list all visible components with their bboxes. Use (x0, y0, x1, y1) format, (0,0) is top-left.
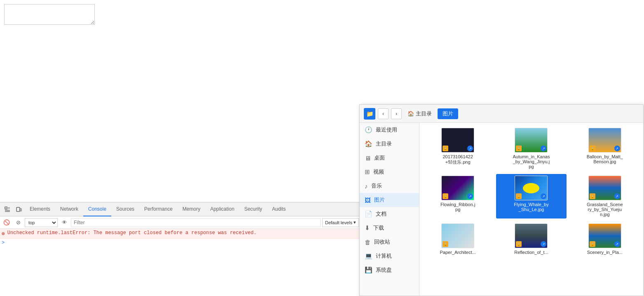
sidebar-item-recent[interactable]: 🕐 最近使用 (360, 123, 419, 137)
file-name-1: Autumn_in_Kanas_by_Wang_Jinyu.jpg (513, 154, 550, 169)
file-item-7[interactable]: 🔒 ↗ Reflection_of_t... (496, 222, 566, 256)
lock-badge-0: 🔒 (443, 146, 448, 151)
file-name-6: Paper_Architect... (440, 250, 475, 255)
filepicker-grid: 🔒 ↗ 201731061422+邹佳乐.png 🔒 ↗ Autumn_in_K… (419, 123, 643, 296)
recent-label: 最近使用 (376, 126, 397, 134)
sidebar-item-disk[interactable]: 💾 系统盘 (360, 263, 419, 277)
console-toolbar: 🚫 ⊘ top 👁 Default levels ▾ (0, 216, 361, 229)
home-icon: 🏠 (407, 110, 414, 117)
context-selector[interactable]: top (25, 218, 58, 227)
downloads-icon: ⬇ (365, 224, 370, 232)
pictures-label: 图片 (374, 196, 385, 204)
current-path-button[interactable]: 图片 (438, 108, 458, 119)
computer-icon: 💻 (365, 252, 372, 260)
levels-chevron-icon: ▾ (354, 220, 356, 225)
computer-label: 计算机 (376, 252, 392, 260)
log-levels-button[interactable]: Default levels ▾ (322, 218, 359, 227)
sidebar-item-downloads[interactable]: ⬇ 下载 (360, 221, 419, 235)
downloads-label: 下载 (373, 224, 384, 232)
file-name-3: Flowing_Ribbon.jpg (439, 202, 476, 212)
sidebar-item-pictures[interactable]: 🖼 图片 (360, 193, 419, 207)
svg-rect-4 (16, 207, 20, 211)
file-thumb-6: 🔒 (441, 223, 474, 248)
file-item-3[interactable]: 🔒 ↗ Flowing_Ribbon.jpg (423, 174, 493, 218)
file-name-0: 201731061422+邹佳乐.png (439, 154, 476, 165)
lock-badge-2: 🔒 (590, 146, 595, 151)
filepicker-sidebar: 🕐 最近使用 🏠 主目录 🖥 桌面 ⊞ 视频 ♪ 音乐 🖼 图片 (360, 123, 419, 296)
sidebar-item-video[interactable]: ⊞ 视频 (360, 165, 419, 179)
svg-rect-5 (20, 209, 21, 211)
pictures-icon: 🖼 (365, 197, 371, 204)
lock-badge-8: 🔒 (590, 241, 595, 247)
sidebar-item-home[interactable]: 🏠 主目录 (360, 137, 419, 151)
trash-label: 回收站 (374, 238, 390, 246)
block-requests-icon[interactable]: ⊘ (13, 218, 23, 228)
device-toggle-icon[interactable] (13, 204, 25, 215)
home-sidebar-label: 主目录 (376, 140, 392, 148)
eye-icon[interactable]: 👁 (59, 218, 69, 228)
sidebar-item-documents[interactable]: 📄 文档 (360, 207, 419, 221)
sidebar-item-computer[interactable]: 💻 计算机 (360, 249, 419, 263)
clear-console-icon[interactable]: 🚫 (2, 218, 12, 228)
file-item-4[interactable]: 🔒 ↗ Flying_Whale_by_Shu_Le.jpg (496, 174, 566, 218)
tab-security[interactable]: Security (239, 202, 267, 216)
nav-back-button[interactable]: ‹ (378, 108, 389, 119)
tab-network[interactable]: Network (55, 202, 83, 216)
console-content: ⊗ Unchecked runtime.lastError: The messa… (0, 229, 361, 296)
desktop-icon: 🖥 (365, 155, 371, 162)
nav-forward-button[interactable]: › (391, 108, 402, 119)
file-thumb-3: 🔒 ↗ (441, 176, 474, 200)
trash-icon: 🗑 (365, 239, 371, 246)
home-button[interactable]: 🏠 主目录 (404, 108, 435, 119)
file-item-8[interactable]: 🔒 ↗ Scenery_in_Pla... (570, 222, 640, 256)
sidebar-item-trash[interactable]: 🗑 回收站 (360, 235, 419, 249)
file-thumb-8: 🔒 ↗ (588, 223, 621, 248)
file-thumb-4: 🔒 ↗ (515, 176, 548, 200)
tab-application[interactable]: Application (205, 202, 239, 216)
file-item-1[interactable]: 🔒 ↗ Autumn_in_Kanas_by_Wang_Jinyu.jpg (496, 126, 566, 171)
documents-icon: 📄 (365, 210, 372, 218)
console-filter-input[interactable] (71, 218, 321, 227)
video-label: 视频 (373, 168, 384, 176)
devtools-panel: Elements Network Console Sources Perform… (0, 202, 361, 296)
tab-sources[interactable]: Sources (111, 202, 139, 216)
documents-label: 文档 (376, 210, 386, 218)
lock-badge-5: 🔒 (590, 193, 595, 199)
lock-badge-7: 🔒 (516, 241, 522, 247)
file-name-4: Flying_Whale_by_Shu_Le.jpg (513, 202, 550, 212)
file-name-5: Grassland_Scenery_by_Shi_Yuejun.jpg (586, 202, 623, 217)
file-thumb-5: 🔒 ↗ (588, 176, 621, 200)
disk-icon: 💾 (365, 266, 372, 274)
filepicker-dialog: 📁 ‹ › 🏠 主目录 图片 🕐 最近使用 🏠 主目录 🖥 桌面 ⊞ (359, 104, 644, 296)
tab-memory[interactable]: Memory (178, 202, 205, 216)
video-icon: ⊞ (365, 168, 370, 176)
lock-badge-4: 🔒 (516, 193, 522, 199)
select-element-icon[interactable] (2, 204, 13, 215)
levels-label: Default levels (325, 220, 352, 225)
home-label: 主目录 (416, 110, 432, 117)
browser-textarea[interactable] (4, 4, 95, 25)
file-thumb-7: 🔒 ↗ (515, 223, 548, 248)
file-item-0[interactable]: 🔒 ↗ 201731061422+邹佳乐.png (423, 126, 493, 171)
sidebar-item-desktop[interactable]: 🖥 桌面 (360, 151, 419, 165)
file-thumb-1: 🔒 ↗ (515, 128, 548, 153)
music-label: 音乐 (371, 182, 382, 190)
tab-console[interactable]: Console (83, 202, 111, 216)
sidebar-item-music[interactable]: ♪ 音乐 (360, 179, 419, 193)
disk-label: 系统盘 (376, 266, 392, 274)
console-prompt-row: > (0, 239, 361, 247)
file-thumb-0: 🔒 ↗ (441, 128, 474, 153)
desktop-label: 桌面 (374, 154, 385, 162)
file-item-5[interactable]: 🔒 ↗ Grassland_Scenery_by_Shi_Yuejun.jpg (570, 174, 640, 218)
lock-badge-3: 🔒 (443, 193, 448, 199)
music-icon: ♪ (365, 183, 368, 190)
error-icon: ⊗ (2, 230, 5, 237)
devtools-tabs-bar: Elements Network Console Sources Perform… (0, 202, 361, 216)
tab-performance[interactable]: Performance (139, 202, 178, 216)
tab-audits[interactable]: Audits (267, 202, 290, 216)
console-error-row: ⊗ Unchecked runtime.lastError: The messa… (0, 229, 361, 239)
tab-elements[interactable]: Elements (25, 202, 55, 216)
share-badge-2: ↗ (614, 146, 620, 151)
file-item-6[interactable]: 🔒 Paper_Architect... (423, 222, 493, 256)
file-item-2[interactable]: 🔒 ↗ Balloon_by_Matt_Benson.jpg (570, 126, 640, 171)
